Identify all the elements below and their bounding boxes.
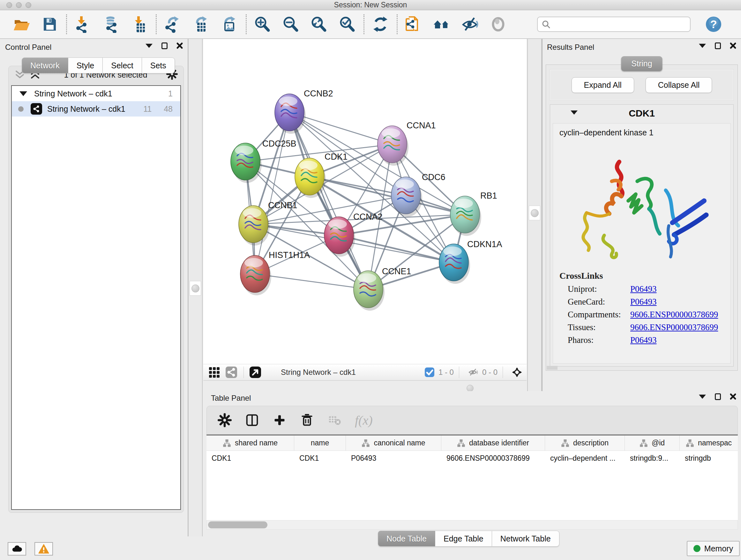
gene-entry-header[interactable]: CDK1 [550,105,733,123]
warning-button[interactable] [35,542,53,556]
hidden-eye-icon[interactable] [468,367,478,377]
node-CDC6[interactable]: CDC6 [391,172,446,217]
panel-menu-icon[interactable] [699,42,706,49]
export-network-button[interactable] [164,15,181,33]
grid-view-icon[interactable] [208,366,220,379]
node-CCNA2[interactable]: CCNA2 [324,212,383,257]
table-options-gear-icon[interactable] [218,413,232,427]
crosslink-link[interactable]: 9606.ENSP00000378699 [630,322,718,332]
horizontal-splitter-handle[interactable] [467,385,474,392]
tab-sets[interactable]: Sets [142,57,175,73]
edge-CCNA2-CDKN1A[interactable] [339,235,454,262]
import-network-database-button[interactable] [103,15,120,33]
close-panel-icon[interactable] [730,393,737,400]
import-table-button[interactable] [131,15,148,33]
expand-all-button[interactable]: Expand All [571,77,634,93]
results-scrollbar-nub[interactable] [547,366,557,370]
tab-network-table[interactable]: Network Table [492,531,559,547]
table-cell[interactable]: P06493 [346,451,441,465]
edge-CCNB2-HIST1H1A[interactable] [255,112,289,274]
collapse-all-button[interactable]: Collapse All [646,77,712,93]
export-image-button[interactable] [220,15,238,33]
network-row[interactable]: String Network – cdk1 11 48 [12,101,180,117]
close-panel-icon[interactable] [730,42,737,49]
close-panel-icon[interactable] [176,42,183,49]
edge-CCNB2-CCNE1[interactable] [289,112,368,289]
table-row[interactable]: CDK1CDK1P064939606.ENSP00000378699cyclin… [206,451,738,465]
column-header-canonicalname[interactable]: canonical name [346,435,441,450]
cloud-button[interactable] [8,542,26,556]
crosslink-link[interactable]: 9606.ENSP00000378699 [630,310,718,320]
network-graph[interactable]: CCNB2 CCNA1 CDC25B CDK1 CDC6 RB1 CCNB1 [203,39,527,364]
table-cell[interactable]: CDK1 [294,451,346,465]
left-splitter[interactable] [188,39,203,537]
tree-expand-icon[interactable] [19,91,27,96]
home-view-button[interactable] [433,15,451,33]
birdseye-icon[interactable] [512,367,522,377]
tab-select[interactable]: Select [103,57,142,73]
network-tree: String Network – cdk1 1 String Network –… [11,85,181,510]
panel-menu-icon[interactable] [699,393,706,400]
network-collection-row[interactable]: String Network – cdk1 1 [12,86,180,101]
share-document-button[interactable] [405,15,422,33]
node-HIST1H1A[interactable]: HIST1H1A [240,250,310,295]
save-session-button[interactable] [41,15,59,33]
column-header-description[interactable]: description [545,435,625,450]
node-count: 11 [143,105,151,114]
column-header-id[interactable]: @id [625,435,680,450]
zoom-in-button[interactable] [254,15,271,33]
table-cell[interactable]: stringdb [680,451,738,465]
tab-edge-table[interactable]: Edge Table [435,531,492,547]
node-CDKN1A[interactable]: CDKN1A [439,240,502,284]
export-table-button[interactable] [192,15,210,33]
crosslink-link[interactable]: P06493 [630,297,657,307]
table-horizontal-scrollbar[interactable] [206,520,738,530]
selected-checkbox-icon[interactable] [424,367,434,377]
column-header-namespac[interactable]: namespac [680,435,738,450]
node-RB1[interactable]: RB1 [450,191,497,236]
import-network-file-button[interactable] [74,15,91,33]
show-columns-icon[interactable] [245,413,259,427]
zoom-fit-button[interactable] [310,15,328,33]
tab-style[interactable]: Style [68,57,103,73]
tab-string[interactable]: String [621,56,662,71]
refresh-layout-button[interactable] [372,15,389,33]
help-button[interactable]: ? [705,16,722,33]
node-CCNE1[interactable]: CCNE1 [354,266,411,311]
scrollbar-thumb[interactable] [208,521,267,528]
float-panel-icon[interactable] [714,42,721,49]
hide-eye-button[interactable] [461,15,479,33]
float-panel-icon[interactable] [161,42,168,49]
tab-network[interactable]: Network [22,57,68,73]
column-header-name[interactable]: name [294,435,346,450]
splitter-handle[interactable] [531,209,539,217]
delete-column-icon[interactable] [300,413,314,427]
column-header-sharedname[interactable]: shared name [206,435,294,450]
search-input[interactable] [554,20,686,29]
zoom-out-button[interactable] [282,15,299,33]
table-cell[interactable]: cyclin–dependent ... [545,451,625,465]
table-cell[interactable]: 9606.ENSP00000378699 [441,451,545,465]
table-cell[interactable]: CDK1 [206,451,294,465]
tab-node-table[interactable]: Node Table [378,531,435,547]
edge-HIST1H1A-CCNE1[interactable] [255,274,368,289]
gray-eye-button[interactable] [489,15,507,33]
table-cell[interactable]: stringdb:9... [625,451,680,465]
open-in-new-icon[interactable] [249,366,262,379]
add-column-icon[interactable] [273,413,286,427]
crosslink-link[interactable]: P06493 [630,335,657,345]
crosslink-link[interactable]: P06493 [630,284,657,294]
memory-button[interactable]: Memory [687,541,740,556]
zoom-selected-button[interactable] [339,15,356,33]
network-canvas[interactable]: CCNB2 CCNA1 CDC25B CDK1 CDC6 RB1 CCNB1 [203,39,527,364]
right-splitter[interactable] [527,39,542,391]
column-header-databaseidentifier[interactable]: database identifier [441,435,545,450]
node-CCNB2[interactable]: CCNB2 [275,89,333,134]
splitter-handle[interactable] [192,285,199,293]
open-session-button[interactable] [13,15,30,33]
float-panel-icon[interactable] [714,393,721,400]
panel-menu-icon[interactable] [145,42,152,49]
search-box[interactable] [537,17,690,32]
import-network-file-icon [74,16,91,33]
network-share-icon[interactable] [225,366,238,379]
